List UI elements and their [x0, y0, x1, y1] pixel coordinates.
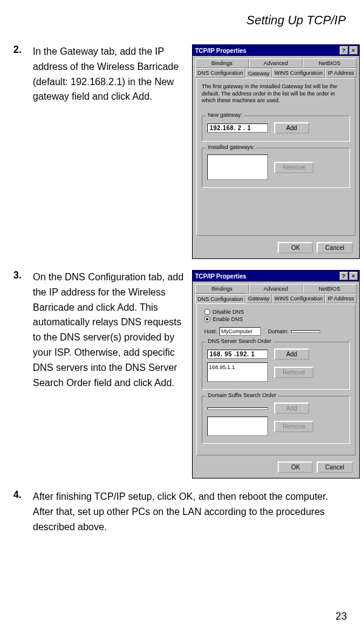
titlebar: TCP/IP Properties ? × [193, 45, 359, 56]
radio-icon [204, 309, 210, 315]
dialog-title: TCP/IP Properties [195, 273, 338, 280]
enable-dns-radio[interactable]: Enable DNS [202, 316, 350, 322]
disable-dns-radio[interactable]: Disable DNS [202, 309, 350, 315]
add-button[interactable]: Add [274, 348, 309, 360]
tcpip-dialog-dns: TCP/IP Properties ? × Bindings Advanced … [192, 270, 360, 479]
help-icon[interactable]: ? [340, 272, 348, 280]
step-4: 4. After finishing TCP/IP setup, click O… [0, 479, 364, 534]
radio-icon [204, 316, 210, 322]
remove-button[interactable]: Remove [274, 421, 314, 432]
enable-dns-label: Enable DNS [213, 316, 243, 322]
page-header: Setting Up TCP/IP [0, 0, 364, 33]
gateway-panel: The first gateway in the Installed Gatew… [196, 78, 355, 236]
dialog-footer: OK Cancel [193, 459, 359, 478]
dns-search-order-group: DNS Server Search Order 168. 95 .192. 1 … [202, 342, 350, 390]
titlebar: TCP/IP Properties ? × [193, 271, 359, 282]
tab-gateway[interactable]: Gateway [246, 69, 272, 78]
tabs-row-2: Bindings Advanced NetBIOS DNS Configurat… [193, 282, 359, 303]
step-3: 3. On the DNS Configuration tab, add the… [0, 259, 364, 479]
cancel-button[interactable]: Cancel [317, 242, 352, 254]
close-icon[interactable]: × [349, 46, 358, 55]
new-gateway-label: New gateway: [206, 112, 244, 118]
step-4-text: After finishing TCP/IP setup, click OK, … [33, 489, 351, 534]
domain-suffix-group: Domain Suffix Search Order Add Remove [202, 396, 350, 444]
dns-server-list[interactable]: 168.95.1.1 [207, 362, 268, 382]
ok-button[interactable]: OK [278, 242, 313, 254]
ok-button[interactable]: OK [278, 461, 313, 473]
help-icon[interactable]: ? [340, 46, 348, 55]
add-button[interactable]: Add [274, 122, 309, 134]
list-item[interactable]: 168.95.1.1 [209, 364, 266, 370]
tab-netbios[interactable]: NetBIOS [303, 58, 357, 68]
tab-ip-address[interactable]: IP Address [325, 68, 356, 78]
tab-dns-config[interactable]: DNS Configuration [195, 294, 246, 304]
add-button[interactable]: Add [274, 403, 309, 414]
tab-advanced[interactable]: Advanced [249, 58, 303, 68]
header-title: Setting Up TCP/IP [247, 13, 346, 27]
disable-dns-label: Disable DNS [213, 309, 244, 315]
installed-gateways-list[interactable] [207, 154, 268, 180]
close-icon[interactable]: × [349, 272, 358, 280]
step-2: 2. In the Gateway tab, add the IP addres… [0, 33, 364, 259]
tcpip-dialog-gateway: TCP/IP Properties ? × Bindings Advanced … [192, 44, 360, 259]
tabs-row-1: Bindings Advanced NetBIOS DNS Configurat… [193, 56, 359, 78]
installed-gateways-label: Installed gateways: [206, 144, 256, 150]
host-label: Host: [204, 328, 217, 334]
step-3-text: On the DNS Configuration tab, add the IP… [33, 270, 185, 479]
cancel-button[interactable]: Cancel [317, 461, 352, 473]
step-3-number: 3. [13, 270, 26, 479]
dialog-footer: OK Cancel [193, 240, 359, 258]
tab-wins-config[interactable]: WINS Configuration [272, 294, 326, 303]
suffix-list[interactable] [207, 417, 268, 436]
gateway-hint: The first gateway in the Installed Gatew… [202, 83, 350, 105]
domain-label: Domain: [268, 328, 289, 334]
domain-input[interactable] [291, 330, 320, 333]
page-number: 23 [335, 610, 347, 623]
step-2-text: In the Gateway tab, add the IP address o… [33, 44, 185, 259]
tab-bindings[interactable]: Bindings [195, 284, 249, 294]
dialog-title: TCP/IP Properties [195, 47, 338, 54]
tab-ip-address[interactable]: IP Address [325, 294, 356, 303]
new-gateway-group: New gateway: 192.168. 2 . 1 Add [202, 116, 350, 142]
tab-advanced[interactable]: Advanced [249, 284, 303, 294]
dns-ip-input[interactable]: 168. 95 .192. 1 [207, 350, 268, 359]
domain-suffix-label: Domain Suffix Search Order [206, 392, 278, 398]
host-input[interactable]: MyComputer [219, 327, 261, 336]
remove-button[interactable]: Remove [274, 162, 314, 173]
tab-dns-config[interactable]: DNS Configuration [195, 68, 246, 78]
step-2-number: 2. [13, 44, 26, 259]
tab-bindings[interactable]: Bindings [195, 58, 249, 68]
remove-button[interactable]: Remove [274, 367, 314, 378]
installed-gateways-group: Installed gateways: Remove [202, 148, 350, 188]
step-4-number: 4. [13, 489, 26, 534]
tab-netbios[interactable]: NetBIOS [303, 284, 357, 294]
dns-search-order-label: DNS Server Search Order [206, 338, 273, 344]
tab-wins-config[interactable]: WINS Configuration [272, 68, 326, 78]
dns-panel: Disable DNS Enable DNS Host: MyComputer … [196, 303, 355, 455]
tab-gateway[interactable]: Gateway [246, 294, 272, 303]
new-gateway-input[interactable]: 192.168. 2 . 1 [207, 123, 268, 133]
suffix-input[interactable] [207, 407, 268, 410]
